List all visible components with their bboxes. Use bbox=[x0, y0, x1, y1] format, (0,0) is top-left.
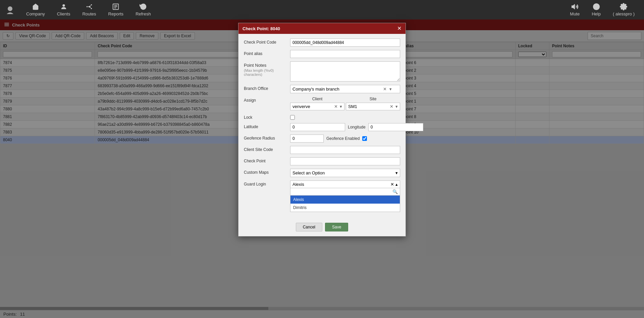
guard-login-arrow-btn[interactable]: ▴ bbox=[395, 182, 398, 187]
point-alias-input[interactable] bbox=[290, 50, 400, 58]
custom-maps-arrow[interactable]: ▾ bbox=[395, 170, 398, 175]
modal-footer: Cancel Save bbox=[238, 220, 406, 236]
modal-header: Check Point: 8040 ✕ bbox=[238, 23, 406, 34]
point-notes-textarea[interactable] bbox=[290, 61, 400, 82]
svg-point-4 bbox=[91, 8, 92, 9]
field-geofence: Geofence Radius Geofence Enabled bbox=[244, 135, 400, 143]
search-icon: 🔍 bbox=[392, 189, 398, 194]
svg-point-3 bbox=[91, 4, 92, 6]
svg-point-2 bbox=[87, 6, 88, 7]
client-arrow-btn[interactable]: ▾ bbox=[340, 104, 342, 109]
client-site-code-input[interactable] bbox=[290, 146, 400, 154]
site-arrow-btn[interactable]: ▾ bbox=[395, 104, 398, 109]
field-branch-office: Branch Office Company's main branch ✕ ▾ bbox=[244, 85, 400, 93]
client-select[interactable]: venverve ✕ ▾ bbox=[290, 103, 344, 110]
field-check-point-code: Check Point Code bbox=[244, 39, 400, 47]
custom-maps-value: Select an Option bbox=[292, 170, 325, 175]
nav-help[interactable]: Help bbox=[586, 0, 607, 19]
guard-login-search-input[interactable] bbox=[292, 190, 392, 194]
modal-overlay: Check Point: 8040 ✕ Check Point Code Poi… bbox=[0, 19, 644, 318]
field-assign: Assign Client Site venverve ✕ ▾ bbox=[244, 97, 400, 110]
geofence-radius-input[interactable] bbox=[290, 135, 324, 143]
guard-login-label: Guard Login bbox=[244, 180, 287, 187]
guard-login-container: Alexis ✕ ▴ 🔍 Alexis Dimitris bbox=[290, 180, 400, 212]
branch-office-value: Company's main branch bbox=[292, 87, 339, 92]
check-point-input[interactable] bbox=[290, 157, 400, 165]
client-value: venverve bbox=[292, 104, 310, 109]
client-header: Client bbox=[290, 97, 344, 101]
field-client-site-code: Client Site Code bbox=[244, 146, 400, 154]
main-area: Check Points ↻ View QR-Code Add QR-Code … bbox=[0, 19, 644, 318]
nav-company[interactable]: Company bbox=[20, 0, 51, 19]
check-point-code-input[interactable] bbox=[290, 39, 400, 47]
guard-option-dimitris[interactable]: Dimitris bbox=[290, 204, 400, 212]
modal-title: Check Point: 8040 bbox=[243, 26, 280, 31]
custom-maps-label: Custom Maps bbox=[244, 169, 287, 175]
branch-office-select[interactable]: Company's main branch ✕ ▾ bbox=[290, 85, 400, 93]
latitude-label: Latitude bbox=[244, 123, 287, 129]
app-logo bbox=[3, 3, 17, 16]
field-lat-lng: Latitude Longitude bbox=[244, 123, 400, 131]
lock-checkbox[interactable] bbox=[290, 115, 295, 120]
field-guard-login: Guard Login Alexis ✕ ▴ 🔍 bbox=[244, 180, 400, 212]
site-header: Site bbox=[346, 97, 400, 101]
geofence-enabled-checkbox[interactable] bbox=[362, 136, 367, 141]
branch-arrow-btn[interactable]: ▾ bbox=[389, 87, 392, 92]
longitude-label: Longitude bbox=[348, 125, 366, 129]
geofence-enabled-label: Geofence Enabled bbox=[326, 136, 360, 141]
top-nav: Company Clients Routes Reports Refresh M… bbox=[0, 0, 644, 19]
field-custom-maps: Custom Maps Select an Option ▾ bbox=[244, 169, 400, 177]
field-point-notes: Point Notes (Max length (%v0) characters… bbox=[244, 61, 400, 82]
latitude-input[interactable] bbox=[290, 123, 345, 131]
guard-option-alexis[interactable]: Alexis bbox=[290, 196, 400, 204]
save-button[interactable]: Save bbox=[325, 223, 348, 231]
nav-refresh[interactable]: Refresh bbox=[129, 0, 157, 19]
custom-maps-select[interactable]: Select an Option ▾ bbox=[290, 169, 400, 177]
branch-clear-btn[interactable]: ✕ bbox=[383, 87, 387, 92]
geofence-radius-label: Geofence Radius bbox=[244, 135, 287, 141]
branch-office-label: Branch Office bbox=[244, 85, 287, 91]
client-site-code-label: Client Site Code bbox=[244, 146, 287, 152]
checkpoint-modal: Check Point: 8040 ✕ Check Point Code Poi… bbox=[238, 23, 406, 236]
guard-login-search-row: 🔍 bbox=[290, 188, 400, 196]
guard-login-selected[interactable]: Alexis ✕ ▴ bbox=[290, 180, 400, 188]
modal-close-btn[interactable]: ✕ bbox=[397, 26, 401, 31]
point-alias-label: Point alias bbox=[244, 50, 287, 56]
nav-mute[interactable]: Mute bbox=[564, 0, 586, 19]
check-point-label: Check Point bbox=[244, 157, 287, 163]
nav-settings[interactable]: ( alesspro ) bbox=[607, 0, 641, 19]
modal-body: Check Point Code Point alias Point Notes… bbox=[238, 34, 406, 220]
field-lock: Lock bbox=[244, 114, 400, 120]
check-point-code-label: Check Point Code bbox=[244, 39, 287, 45]
svg-marker-9 bbox=[572, 5, 575, 9]
assign-label: Assign bbox=[244, 97, 287, 103]
nav-reports[interactable]: Reports bbox=[102, 0, 130, 19]
site-clear-btn[interactable]: ✕ bbox=[390, 104, 393, 109]
svg-point-0 bbox=[8, 6, 12, 11]
guard-login-dropdown: Alexis Dimitris bbox=[290, 196, 400, 212]
guard-login-clear-btn[interactable]: ✕ bbox=[390, 182, 394, 187]
svg-point-1 bbox=[62, 4, 65, 7]
nav-clients[interactable]: Clients bbox=[51, 0, 76, 19]
longitude-input[interactable] bbox=[368, 123, 423, 131]
nav-right: Mute Help ( alesspro ) bbox=[564, 0, 641, 19]
point-notes-label: Point Notes bbox=[244, 63, 287, 68]
nav-routes[interactable]: Routes bbox=[76, 0, 102, 19]
site-value: SM1 bbox=[348, 104, 357, 109]
field-point-alias: Point alias bbox=[244, 50, 400, 58]
field-checkpoint: Check Point bbox=[244, 157, 400, 165]
point-notes-hint: (Max length (%v0) characters) bbox=[244, 68, 287, 76]
client-clear-btn[interactable]: ✕ bbox=[334, 104, 338, 109]
guard-login-value: Alexis bbox=[292, 182, 304, 187]
lock-label: Lock bbox=[244, 114, 287, 120]
cancel-button[interactable]: Cancel bbox=[296, 223, 322, 231]
site-select[interactable]: SM1 ✕ ▾ bbox=[346, 103, 400, 110]
assign-section: Client Site venverve ✕ ▾ bbox=[290, 97, 400, 110]
